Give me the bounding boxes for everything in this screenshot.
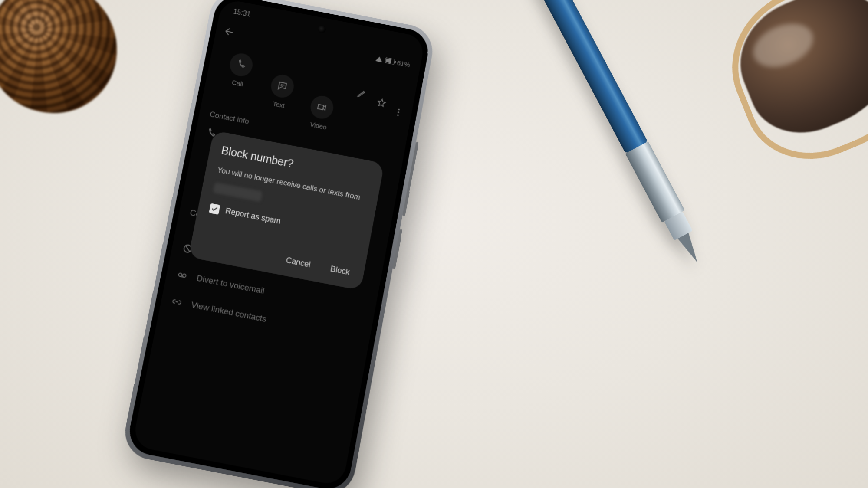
redacted-number — [213, 182, 263, 202]
pencil-icon — [356, 88, 368, 99]
report-spam-row[interactable]: Report as spam — [209, 203, 360, 242]
favorite-button[interactable] — [373, 95, 390, 111]
arrow-back-icon — [223, 25, 237, 39]
call-button[interactable]: Call — [226, 52, 255, 89]
cancel-button[interactable]: Cancel — [282, 251, 315, 275]
text-button[interactable]: Text — [267, 73, 296, 110]
pinecone-prop — [0, 0, 125, 121]
phone-screen: 15:31 61% — [132, 0, 426, 486]
edit-button[interactable] — [354, 85, 370, 102]
message-icon — [276, 80, 288, 92]
phone: 15:31 61% — [128, 0, 437, 481]
view-linked-label: View linked contacts — [191, 300, 267, 324]
text-label: Text — [272, 100, 286, 109]
more-vert-icon — [393, 107, 404, 118]
video-label: Video — [309, 121, 327, 131]
svg-point-2 — [397, 114, 399, 116]
video-button[interactable]: Video — [306, 94, 335, 132]
check-icon — [210, 205, 219, 213]
wifi-icon — [375, 56, 383, 62]
sunglasses-prop — [673, 0, 868, 213]
overflow-button[interactable] — [390, 104, 407, 121]
divert-voicemail-label: Divert to voicemail — [196, 273, 265, 296]
report-spam-checkbox[interactable] — [209, 203, 220, 215]
voicemail-icon — [177, 269, 188, 281]
call-label: Call — [231, 79, 244, 88]
link-icon — [171, 296, 183, 308]
battery-icon — [385, 57, 395, 65]
status-time: 15:31 — [233, 7, 251, 18]
block-number-dialog: Block number? You will no longer receive… — [188, 130, 385, 290]
report-spam-label: Report as spam — [224, 206, 281, 226]
block-button[interactable]: Block — [326, 259, 354, 282]
svg-point-0 — [398, 108, 400, 110]
svg-point-1 — [398, 111, 399, 113]
star-outline-icon — [376, 97, 387, 108]
phone-icon — [235, 59, 247, 71]
videocam-icon — [316, 101, 328, 113]
back-button[interactable] — [223, 25, 237, 40]
pen-prop — [485, 0, 711, 272]
desk-scene: 15:31 61% — [0, 0, 868, 488]
